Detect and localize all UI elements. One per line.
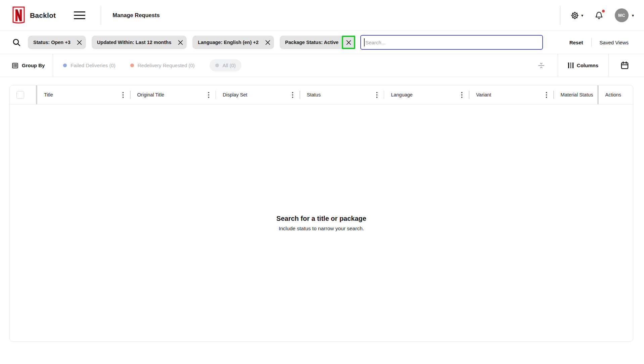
close-icon [178, 40, 183, 45]
column-header[interactable]: Language [384, 85, 469, 104]
column-header-label: Material Status [561, 92, 593, 97]
column-menu-button[interactable] [460, 90, 464, 99]
kebab-icon [292, 92, 293, 98]
column-menu-button[interactable] [206, 90, 211, 99]
table-header-row: Title Original Title Display Set [10, 85, 633, 105]
table-empty-state: Search for a title or package Include st… [10, 105, 633, 341]
search-icon [12, 38, 21, 47]
column-header[interactable]: Original Title [131, 85, 216, 104]
caret-down-icon: ▾ [581, 13, 583, 17]
filter-chip[interactable]: Package Status: Active [280, 36, 355, 49]
notifications-button[interactable] [593, 9, 605, 22]
filter-search-button[interactable] [10, 36, 23, 49]
column-menu-button[interactable] [544, 90, 549, 99]
header-divider [560, 6, 560, 25]
column-header[interactable]: Title [37, 85, 130, 104]
toolbar: Group By Failed Deliveries (0) Redeliver… [0, 54, 644, 77]
reset-button[interactable]: Reset [569, 40, 583, 45]
filter-chip[interactable]: Status: Open +3 [28, 36, 86, 49]
filter-chip-label: Package Status: Active [285, 40, 338, 45]
select-all-checkbox[interactable] [16, 91, 24, 99]
filter-chip[interactable]: Language: English (en) +2 [192, 36, 274, 49]
status-tab[interactable]: All (0) [210, 59, 241, 72]
column-header-label: Actions [605, 92, 622, 97]
bell-icon [595, 11, 603, 20]
column-menu-button[interactable] [121, 90, 125, 99]
hamburger-menu-button[interactable] [74, 9, 87, 22]
kebab-icon [122, 92, 124, 98]
column-header-label: Language [391, 92, 413, 97]
gear-icon [570, 11, 579, 20]
column-header[interactable]: Material Status [554, 85, 597, 104]
caret-down-icon: ▾ [632, 13, 634, 17]
close-icon [265, 40, 271, 45]
brand-name: Backlot [30, 11, 56, 19]
column-menu-button[interactable] [375, 90, 379, 99]
app-header: Backlot Manage Requests ▾ MC ▾ [0, 0, 644, 31]
empty-state-title: Search for a title or package [276, 215, 366, 223]
status-dot-icon [63, 64, 67, 67]
header-divider [101, 6, 101, 25]
saved-views-button[interactable]: Saved Views [600, 40, 629, 45]
columns-label: Columns [577, 63, 598, 68]
calendar-button[interactable] [619, 59, 631, 71]
status-tabs: Failed Deliveries (0) Redelivery Request… [63, 59, 241, 72]
select-all-cell [10, 85, 36, 104]
filter-bar: Status: Open +3 Updated Within: Last 12 … [0, 31, 644, 54]
avatar: MC [615, 8, 629, 22]
column-header[interactable]: Actions [599, 85, 633, 104]
header-right: ▾ MC ▾ [560, 6, 634, 25]
filter-chips: Status: Open +3 Updated Within: Last 12 … [28, 36, 355, 49]
status-tab-label: Redelivery Requested (0) [138, 63, 195, 68]
text-cursor [364, 38, 365, 46]
group-by-button[interactable]: Group By [10, 60, 48, 71]
close-icon [346, 40, 352, 45]
status-tab[interactable]: Redelivery Requested (0) [130, 63, 195, 68]
search-input-wrap [360, 35, 543, 50]
close-icon [77, 40, 82, 45]
toolbar-divider [558, 54, 558, 77]
calendar-icon [620, 61, 629, 70]
filter-chip-remove-button[interactable] [175, 36, 186, 49]
filter-divider [591, 38, 592, 47]
collapse-icon [537, 61, 546, 70]
column-header-label: Display Set [223, 92, 247, 97]
filter-chip-remove-button[interactable] [74, 36, 85, 49]
column-header[interactable]: Display Set [216, 85, 300, 104]
requests-table: Title Original Title Display Set [9, 85, 633, 342]
column-header-label: Original Title [137, 92, 165, 97]
filter-chip[interactable]: Updated Within: Last 12 months [92, 36, 187, 49]
toolbar-right: Columns [535, 54, 631, 77]
search-input[interactable] [360, 35, 543, 50]
kebab-icon [208, 92, 210, 98]
columns-icon [568, 63, 573, 68]
toolbar-divider [53, 54, 53, 77]
filter-chip-label: Updated Within: Last 12 months [97, 40, 171, 45]
column-header[interactable]: Status [300, 85, 384, 104]
user-menu-button[interactable]: MC ▾ [615, 8, 634, 22]
kebab-icon [461, 92, 463, 98]
column-menu-button[interactable] [290, 90, 295, 99]
status-dot-icon [130, 64, 134, 67]
collapse-rows-button[interactable] [535, 59, 548, 72]
columns-button[interactable]: Columns [568, 63, 598, 68]
status-tab[interactable]: Failed Deliveries (0) [63, 63, 115, 68]
column-header-label: Status [307, 92, 321, 97]
filter-chip-remove-button[interactable] [342, 36, 355, 49]
toolbar-divider [608, 54, 609, 77]
kebab-icon [376, 92, 378, 98]
filter-chip-remove-button[interactable] [262, 36, 273, 49]
column-header-label: Variant [476, 92, 491, 97]
status-tab-label: Failed Deliveries (0) [71, 63, 115, 68]
status-tab-label: All (0) [223, 63, 236, 68]
settings-button[interactable]: ▾ [568, 9, 585, 22]
column-header-label: Title [44, 92, 53, 97]
netflix-logo [12, 6, 25, 24]
notification-badge [602, 10, 605, 12]
page-title: Manage Requests [112, 12, 159, 18]
group-by-label: Group By [22, 63, 45, 68]
filter-chip-label: Language: English (en) +2 [198, 40, 259, 45]
column-header[interactable]: Variant [469, 85, 553, 104]
kebab-icon [546, 92, 547, 98]
empty-state-subtitle: Include status to narrow your search. [279, 226, 364, 232]
